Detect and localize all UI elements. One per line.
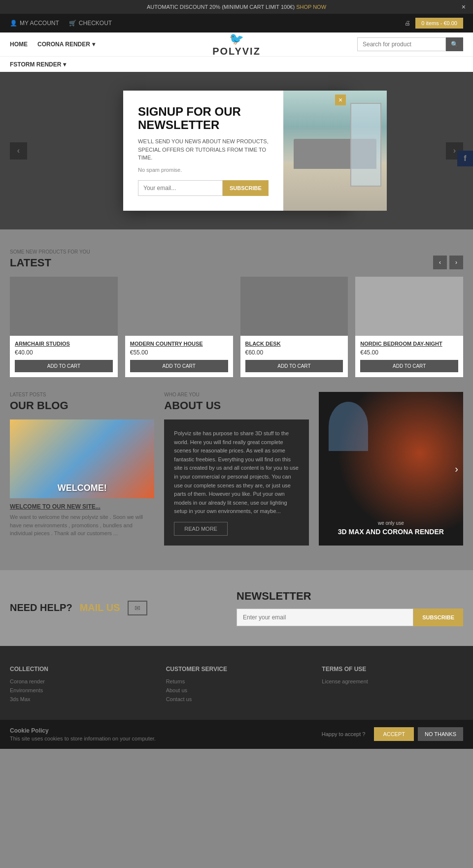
chevron-down-icon: ▾ — [92, 41, 95, 48]
cookie-text: Cookie Policy This site uses cookies to … — [10, 727, 156, 741]
cart-button[interactable]: 0 items - €0.00 — [415, 18, 463, 29]
nav-corona-render[interactable]: CORONA RENDER ▾ — [37, 41, 95, 48]
cookie-happy-text: Happy to accept ? — [322, 731, 366, 737]
footer-customer-link-2[interactable]: About us — [166, 687, 307, 693]
printer-icon: 🖨 — [405, 20, 410, 27]
nav-fstorm-render[interactable]: FSTORM RENDER ▾ — [10, 61, 66, 68]
footer-collection-col: COLLECTION Corona render Environments 3d… — [10, 666, 151, 705]
product-grid: ARMCHAIR STUDIOS €40.00 ADD TO CART MODE… — [10, 277, 463, 377]
newsletter-modal: × SIGNUP FOR OUR NEWSLETTER WE'LL SEND Y… — [123, 91, 350, 210]
product-card-2: MODERN COUNTRY HOUSE €55.00 ADD TO CART — [125, 277, 233, 377]
footer-bottom: Cookie Policy This site uses cookies to … — [0, 720, 473, 749]
modal-description: WE'LL SEND YOU NEWS ABOUT NEW PRODUCTS, … — [138, 137, 269, 162]
latest-section-nav: ‹ › — [433, 256, 463, 269]
blog-title: OUR BLOG — [10, 399, 154, 412]
footer-customer-title: CUSTOMER SERVICE — [166, 666, 307, 673]
latest-section-header: SOME NEW PRODUCTS FOR YOU LATEST ‹ › — [10, 239, 463, 269]
footer-collection-link-1[interactable]: Corona render — [10, 678, 151, 684]
hero-section: ‹ × SIGNUP FOR OUR NEWSLETTER WE'LL SEND… — [0, 72, 473, 229]
product-card-3: BLACK DESK €60.00 ADD TO CART — [240, 277, 348, 377]
footer-customer-link-3[interactable]: Contact us — [166, 696, 307, 702]
blog-section: LATEST POSTS OUR BLOG WELCOME! WELCOME T… — [10, 392, 154, 546]
cookie-accept-button[interactable]: ACCEPT — [374, 727, 414, 741]
footer-collection-link-3[interactable]: 3ds Max — [10, 696, 151, 702]
about-section: WHO ARE YOU ABOUT US Polyviz site has pu… — [164, 392, 308, 546]
cookie-buttons: Happy to accept ? ACCEPT NO THANKS — [322, 727, 463, 741]
footer-terms-title: TERMS OF USE — [322, 666, 463, 673]
modal-form: SUBSCRIBE — [138, 180, 269, 196]
blog-post-title[interactable]: WELCOME TO OUR NEW SITE... — [10, 503, 154, 510]
product-image-3 — [240, 277, 348, 336]
search-area: 🔍 — [357, 37, 463, 51]
add-to-cart-button-3[interactable]: ADD TO CART — [245, 360, 343, 372]
blog-label: LATEST POSTS — [10, 392, 154, 397]
logo-bird-icon: 🐦 — [212, 32, 261, 46]
cookie-policy-title: Cookie Policy — [10, 727, 156, 734]
main-nav: HOME CORONA RENDER ▾ 🐦 POLYVIZ 🔍 — [0, 32, 473, 56]
my-account-link[interactable]: 👤 MY ACCOUNT — [10, 20, 59, 27]
announcement-text: AUTOMATIC DISCOUNT 20% (MINIMUM CART LIM… — [147, 4, 295, 10]
modal-overlay: × SIGNUP FOR OUR NEWSLETTER WE'LL SEND Y… — [0, 72, 473, 229]
add-to-cart-button-2[interactable]: ADD TO CART — [130, 360, 228, 372]
corona-title: 3D MAX AND CORONA RENDER — [338, 528, 444, 536]
latest-prev-button[interactable]: ‹ — [433, 256, 447, 269]
modal-close-button[interactable]: × — [335, 95, 346, 105]
need-help-text: NEED HELP? — [10, 602, 72, 613]
modal-left: SIGNUP FOR OUR NEWSLETTER WE'LL SEND YOU… — [123, 91, 283, 210]
announcement-bar: AUTOMATIC DISCOUNT 20% (MINIMUM CART LIM… — [0, 0, 473, 14]
main-content: SOME NEW PRODUCTS FOR YOU LATEST ‹ › ARM… — [0, 229, 473, 570]
search-button[interactable]: 🔍 — [446, 37, 463, 51]
cookie-no-thanks-button[interactable]: NO THANKS — [418, 727, 463, 741]
footer: COLLECTION Corona render Environments 3d… — [0, 646, 473, 749]
modal-email-input[interactable] — [138, 180, 223, 196]
product-image-4 — [355, 277, 463, 336]
newsletter-section: NEWSLETTER SUBSCRIBE — [236, 590, 463, 626]
latest-section-label: SOME NEW PRODUCTS FOR YOU — [10, 249, 90, 255]
product-card-4: NORDIC BEDROOM DAY-NIGHT €45.00 ADD TO C… — [355, 277, 463, 377]
corona-label: we only use — [378, 520, 404, 526]
product-info-1: ARMCHAIR STUDIOS €40.00 ADD TO CART — [10, 336, 118, 377]
corona-figure — [329, 402, 368, 451]
nav-home[interactable]: HOME — [10, 41, 28, 48]
mail-icon[interactable]: ✉ — [128, 601, 147, 615]
fstorm-chevron-icon: ▾ — [63, 61, 66, 68]
footer-collection-link-2[interactable]: Environments — [10, 687, 151, 693]
mail-us-link[interactable]: MAIL US — [80, 602, 120, 613]
checkout-link[interactable]: 🛒 CHECKOUT — [69, 20, 112, 27]
add-to-cart-button-1[interactable]: ADD TO CART — [15, 360, 113, 372]
nav-links: HOME CORONA RENDER ▾ — [10, 41, 95, 48]
product-name-1[interactable]: ARMCHAIR STUDIOS — [15, 341, 113, 347]
about-label: WHO ARE YOU — [164, 392, 308, 397]
newsletter-footer-title: NEWSLETTER — [236, 590, 463, 603]
about-card: Polyviz site has purpose to share 3D stu… — [164, 419, 308, 546]
footer-customer-link-1[interactable]: Returns — [166, 678, 307, 684]
logo-area: 🐦 POLYVIZ — [212, 32, 261, 57]
read-more-button[interactable]: READ MORE — [174, 522, 228, 536]
product-name-3[interactable]: BLACK DESK — [245, 341, 343, 347]
product-name-2[interactable]: MODERN COUNTRY HOUSE — [130, 341, 228, 347]
product-card-1: ARMCHAIR STUDIOS €40.00 ADD TO CART — [10, 277, 118, 377]
corona-arrow-icon[interactable]: › — [455, 463, 458, 474]
product-price-4: €45.00 — [360, 349, 458, 356]
shop-now-link[interactable]: SHOP NOW — [296, 4, 326, 10]
product-image-2 — [125, 277, 233, 336]
newsletter-email-input[interactable] — [236, 609, 413, 626]
top-nav-right: 🖨 0 items - €0.00 — [405, 18, 463, 29]
newsletter-subscribe-button[interactable]: SUBSCRIBE — [413, 609, 463, 626]
about-text: Polyviz site has purpose to share 3D stu… — [174, 429, 299, 516]
modal-title: SIGNUP FOR OUR NEWSLETTER — [138, 105, 269, 131]
cart-icon: 🛒 — [69, 20, 76, 27]
newsletter-form: SUBSCRIBE — [236, 609, 463, 626]
product-name-4[interactable]: NORDIC BEDROOM DAY-NIGHT — [360, 341, 458, 347]
blog-about-section: LATEST POSTS OUR BLOG WELCOME! WELCOME T… — [10, 392, 463, 546]
blog-image: WELCOME! — [10, 419, 154, 498]
search-input[interactable] — [357, 37, 446, 51]
add-to-cart-button-4[interactable]: ADD TO CART — [360, 360, 458, 372]
latest-next-button[interactable]: › — [449, 256, 463, 269]
footer-collection-title: COLLECTION — [10, 666, 151, 673]
latest-section-info: SOME NEW PRODUCTS FOR YOU LATEST — [10, 249, 90, 269]
footer-terms-link-1[interactable]: License agreement — [322, 678, 463, 684]
product-price-2: €55.00 — [130, 349, 228, 356]
announcement-close-icon[interactable]: × — [462, 3, 466, 11]
modal-subscribe-button[interactable]: SUBSCRIBE — [223, 180, 269, 196]
